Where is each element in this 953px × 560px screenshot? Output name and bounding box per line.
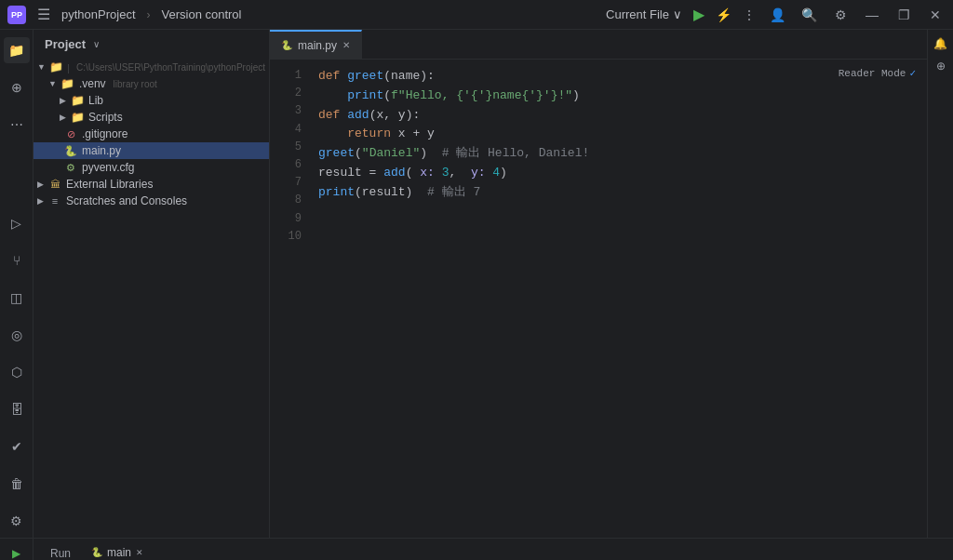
code-line-4: def add(x, y):: [318, 106, 927, 126]
folder-icon: 📁: [49, 60, 64, 73]
tree-item-mainpy[interactable]: 🐍 main.py: [34, 142, 269, 159]
folder-icon: 🏛: [47, 179, 62, 190]
activity-bar: 📁 ⊕ ⋯ ▷ ⑂ ◫ ◎ ⬡ 🗄 ✔ 🗑 ⚙: [0, 30, 34, 538]
reader-mode-label: Reader Mode: [839, 68, 906, 79]
run-tab-close-icon[interactable]: ✕: [136, 548, 143, 557]
maximize-button[interactable]: ❐: [893, 7, 914, 22]
folder-icon: 📁: [60, 77, 75, 90]
notification-icon[interactable]: 🔔: [933, 37, 947, 50]
bottom-left-icons: ▶: [0, 539, 34, 560]
tree-item-external-libraries[interactable]: ▶ 🏛 External Libraries: [34, 176, 269, 193]
chevron-icon: ▶: [37, 180, 44, 189]
cfg-icon: ⚙: [63, 162, 78, 174]
py-icon: 🐍: [63, 145, 78, 157]
git-icon[interactable]: ⑂: [4, 247, 30, 273]
sidebar-item-project[interactable]: 📁: [4, 37, 30, 63]
chevron-icon: ▼: [48, 79, 57, 88]
tree-item-label: pyvenv.cfg: [82, 161, 134, 174]
sidebar-item-search[interactable]: ⊕: [4, 74, 30, 100]
sidebar-header: Project ∨: [34, 30, 269, 59]
run-tab-main[interactable]: 🐍 main ✕: [82, 539, 153, 560]
tab-main-py[interactable]: 🐍 main.py ✕: [270, 30, 362, 59]
run-tab-py-icon: 🐍: [91, 547, 102, 557]
project-tree: ▼ 📁 pythonProject C:\Users\USER\PythonTr…: [34, 59, 269, 538]
app-logo: PP: [7, 6, 26, 24]
tree-item-gitignore[interactable]: ⊘ .gitignore: [34, 126, 269, 142]
tree-item-venv[interactable]: ▼ 📁 .venv library root: [34, 75, 269, 92]
search-button[interactable]: 🔍: [799, 7, 819, 22]
todo-icon[interactable]: ✔: [4, 433, 30, 460]
right-bar: 🔔 ⊕: [927, 30, 953, 538]
sidebar-title: Project: [45, 37, 86, 51]
tree-item-pythonproject[interactable]: ▼ 📁 pythonProject C:\Users\USER\PythonTr…: [34, 59, 269, 75]
chevron-icon: ▼: [37, 62, 46, 72]
code-line-9: print(result) # 輸出 7: [318, 183, 927, 203]
current-file-selector[interactable]: Current File ∨: [606, 7, 682, 21]
code-line-8: result = add( x: 3, y: 4): [318, 164, 927, 183]
chevron-icon: ▶: [60, 96, 66, 105]
run-tab-label: Run: [50, 547, 71, 560]
tree-item-label: Lib: [88, 94, 103, 107]
code-editor[interactable]: 1 2 3 4 5 6 7 8 9 10 def greet(name): pr…: [270, 60, 927, 538]
sidebar: Project ∨ ▼ 📁 pythonProject C:\Users\USE…: [34, 30, 270, 538]
editor-area: 🐍 main.py ✕ 1 2 3 4 5 6 7 8 9 10 def gre…: [270, 30, 927, 538]
minimize-button[interactable]: —: [862, 7, 882, 22]
folder-icon: 📁: [70, 111, 85, 124]
earth-icon[interactable]: ◎: [4, 322, 30, 348]
run-tab-run[interactable]: Run: [41, 539, 80, 560]
sidebar-item-more[interactable]: ⋯: [4, 112, 30, 138]
tree-item-pyvenvcfg[interactable]: ⚙ pyvenv.cfg: [34, 159, 269, 176]
tree-item-label: pythonProject: [68, 60, 69, 73]
run-side-icon[interactable]: ▶: [4, 542, 30, 560]
tree-item-sublabel: library root: [114, 79, 157, 89]
tree-item-label: .venv: [79, 77, 106, 90]
tab-bar: 🐍 main.py ✕: [270, 30, 927, 60]
project-name[interactable]: pythonProject: [61, 7, 136, 21]
line-numbers: 1 2 3 4 5 6 7 8 9 10: [270, 60, 311, 538]
main-area: 📁 ⊕ ⋯ ▷ ⑂ ◫ ◎ ⬡ 🗄 ✔ 🗑 ⚙ Project ∨ ▼ 📁 py…: [0, 30, 953, 538]
settings-button[interactable]: ⚙: [830, 7, 851, 22]
tab-py-icon: 🐍: [281, 40, 292, 50]
chevron-icon: ▶: [37, 196, 44, 206]
chevron-icon: ▶: [60, 113, 66, 122]
database-icon[interactable]: 🗄: [4, 396, 30, 422]
bookmarks-icon[interactable]: ⊕: [936, 60, 946, 73]
terminal-icon[interactable]: ⬡: [4, 359, 30, 385]
bottom-main: Run 🐍 main ✕ ↺ ■ ⋮ C:\Users\USER\PythonT…: [34, 539, 953, 560]
version-control[interactable]: Version control: [162, 7, 242, 21]
code-line-1: def greet(name):: [318, 67, 927, 87]
code-content[interactable]: def greet(name): print(f"Hello, {'{'}nam…: [311, 60, 927, 538]
tree-item-sublabel: C:\Users\USER\PythonTraining\pythonProje…: [76, 62, 265, 73]
bottom-panel: ▶ Run 🐍 main ✕ ↺ ■ ⋮ C:\U: [0, 538, 953, 560]
sidebar-chevron[interactable]: ∨: [93, 39, 100, 49]
more-menu-button[interactable]: ⋮: [743, 7, 756, 22]
tree-item-label: Scratches and Consoles: [66, 194, 187, 207]
run-button[interactable]: ▶: [693, 6, 705, 23]
reader-check-icon: ✓: [909, 67, 916, 79]
profile-button[interactable]: 👤: [767, 7, 787, 22]
code-line-7: greet("Daniel") # 輸出 Hello, Daniel!: [318, 144, 927, 164]
tree-item-label: Scripts: [88, 111, 123, 124]
code-line-2: print(f"Hello, {'{'}name{'}'}!"): [318, 87, 927, 106]
tree-item-scripts[interactable]: ▶ 📁 Scripts: [34, 109, 269, 126]
tab-label: main.py: [298, 39, 337, 52]
run-tab-bar: Run 🐍 main ✕: [34, 539, 953, 560]
layers-icon[interactable]: ◫: [4, 285, 30, 311]
topbar: PP ☰ pythonProject › Version control Cur…: [0, 0, 953, 30]
run-tab-main-label: main: [107, 546, 131, 559]
bottom-content: ▶ Run 🐍 main ✕ ↺ ■ ⋮ C:\U: [0, 539, 953, 560]
scratches-icon: ≡: [47, 195, 62, 207]
tree-item-lib[interactable]: ▶ 📁 Lib: [34, 92, 269, 109]
tree-item-scratches[interactable]: ▶ ≡ Scratches and Consoles: [34, 193, 269, 209]
close-button[interactable]: ✕: [925, 7, 946, 22]
git-icon: ⊘: [63, 128, 78, 140]
trash-icon[interactable]: 🗑: [4, 471, 30, 497]
debug-button[interactable]: ⚡: [716, 7, 732, 22]
tree-item-label: External Libraries: [66, 178, 153, 191]
reader-mode-button[interactable]: Reader Mode ✓: [839, 67, 916, 79]
gear-icon[interactable]: ⚙: [4, 508, 30, 534]
code-line-5: return x + y: [318, 125, 927, 144]
run-debug-icon[interactable]: ▷: [4, 210, 30, 236]
hamburger-menu[interactable]: ☰: [37, 6, 50, 23]
tab-close-icon[interactable]: ✕: [342, 40, 350, 50]
